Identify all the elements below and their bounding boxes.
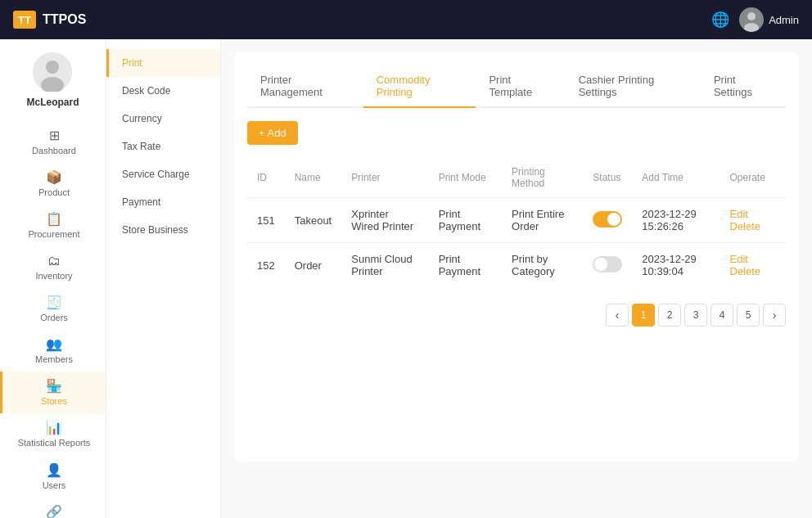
col-print-mode: Print Mode xyxy=(429,158,502,198)
toggle-row-2[interactable] xyxy=(593,256,622,273)
sub-sidebar-item-payment[interactable]: Payment xyxy=(106,188,220,216)
sidebar-item-external-sales[interactable]: 🔗 External Sales xyxy=(0,498,106,518)
pagination-next[interactable]: › xyxy=(763,304,786,327)
toggle-knob-1 xyxy=(607,213,620,226)
cell-print-mode-1: Print Payment xyxy=(429,198,502,243)
col-add-time: Add Time xyxy=(632,158,720,198)
product-icon: 📦 xyxy=(46,169,62,185)
procurement-icon: 📋 xyxy=(46,211,62,227)
col-id: ID xyxy=(247,158,285,198)
sidebar: McLeopard ⊞ Dashboard 📦 Product 📋 Procur… xyxy=(0,39,106,518)
tab-print-settings[interactable]: Print Settings xyxy=(701,65,786,108)
user-name: Admin xyxy=(769,14,799,26)
toggle-row-1[interactable] xyxy=(593,211,622,227)
tab-print-template[interactable]: Print Template xyxy=(476,65,565,108)
col-status: Status xyxy=(583,158,632,198)
statistical-reports-icon: 📊 xyxy=(46,420,62,435)
sidebar-username: McLeopard xyxy=(26,97,79,108)
sub-sidebar-item-service-charge[interactable]: Service Charge xyxy=(106,160,220,188)
inventory-icon: 🗂 xyxy=(47,254,61,268)
cell-printer-1: Xprinter Wired Printer xyxy=(341,198,428,243)
sub-sidebar-item-print[interactable]: Print xyxy=(106,49,220,77)
topbar-right: 🌐 Admin xyxy=(711,7,799,32)
tabs: Printer Management Commodity Printing Pr… xyxy=(247,65,786,108)
cell-id-2: 152 xyxy=(247,243,285,288)
table-row: 151 Takeout Xprinter Wired Printer Print… xyxy=(247,198,786,243)
sub-sidebar-item-currency[interactable]: Currency xyxy=(106,105,220,133)
members-icon: 👥 xyxy=(46,336,62,352)
edit-button-row-1[interactable]: Edit xyxy=(730,208,748,220)
pagination-page-4[interactable]: 4 xyxy=(710,304,733,327)
users-icon: 👤 xyxy=(46,462,62,478)
pagination-prev[interactable]: ‹ xyxy=(606,304,629,327)
cell-print-mode-2: Print Payment xyxy=(429,243,502,288)
sidebar-item-users[interactable]: 👤 Users xyxy=(0,456,106,498)
pagination-page-2[interactable]: 2 xyxy=(658,304,681,327)
cell-add-time-1: 2023-12-29 15:26:26 xyxy=(632,198,720,243)
sub-sidebar-item-store-business[interactable]: Store Business xyxy=(106,216,220,244)
sidebar-nav: ⊞ Dashboard 📦 Product 📋 Procurement 🗂 In… xyxy=(0,121,106,518)
tab-printer-management[interactable]: Printer Management xyxy=(247,65,363,108)
app-logo: TT TTPOS xyxy=(13,11,86,29)
sub-sidebar-item-desk-code[interactable]: Desk Code xyxy=(106,77,220,105)
user-profile[interactable]: Admin xyxy=(739,7,799,32)
col-printing-method: Printing Method xyxy=(502,158,583,198)
cell-printer-2: Sunmi Cloud Printer xyxy=(341,243,428,288)
sidebar-item-stores[interactable]: 🏪 Stores xyxy=(0,372,106,413)
sidebar-profile: McLeopard xyxy=(26,52,79,108)
cell-operate-2: Edit Delete xyxy=(720,243,787,288)
tab-commodity-printing[interactable]: Commodity Printing xyxy=(363,65,476,108)
pagination-page-5[interactable]: 5 xyxy=(737,304,760,327)
sub-sidebar: Print Desk Code Currency Tax Rate Servic… xyxy=(106,39,221,518)
data-table: ID Name Printer Print Mode Printing Meth… xyxy=(247,158,786,287)
delete-button-row-2[interactable]: Delete xyxy=(730,265,761,277)
tab-cashier-printing-settings[interactable]: Cashier Printing Settings xyxy=(566,65,701,108)
delete-button-row-1[interactable]: Delete xyxy=(730,220,761,232)
cell-printing-method-2: Print by Category xyxy=(502,243,583,288)
cell-add-time-2: 2023-12-29 10:39:04 xyxy=(632,243,720,288)
cell-name-1: Takeout xyxy=(285,198,342,243)
cell-printing-method-1: Print Entire Order xyxy=(502,198,583,243)
main-card: Printer Management Commodity Printing Pr… xyxy=(234,52,799,462)
external-sales-icon: 🔗 xyxy=(46,504,62,518)
sidebar-avatar xyxy=(33,52,72,92)
main-content: Printer Management Commodity Printing Pr… xyxy=(221,39,812,518)
sidebar-item-dashboard[interactable]: ⊞ Dashboard xyxy=(0,121,106,163)
cell-name-2: Order xyxy=(285,243,342,288)
sidebar-item-product[interactable]: 📦 Product xyxy=(0,163,106,205)
sub-sidebar-item-tax-rate[interactable]: Tax Rate xyxy=(106,133,220,160)
toggle-knob-2 xyxy=(594,258,607,271)
cell-status-2[interactable] xyxy=(583,243,632,288)
cell-operate-1: Edit Delete xyxy=(720,198,787,243)
cell-id-1: 151 xyxy=(247,198,285,243)
col-printer: Printer xyxy=(341,158,428,198)
sidebar-item-members[interactable]: 👥 Members xyxy=(0,330,106,372)
pagination-page-1[interactable]: 1 xyxy=(632,304,655,327)
layout: McLeopard ⊞ Dashboard 📦 Product 📋 Procur… xyxy=(0,39,812,518)
col-operate: Operate xyxy=(720,158,787,198)
add-button[interactable]: + Add xyxy=(247,121,298,145)
svg-point-1 xyxy=(747,12,756,20)
table-row: 152 Order Sunmi Cloud Printer Print Paym… xyxy=(247,243,786,288)
sidebar-item-orders[interactable]: 🧾 Orders xyxy=(0,288,106,330)
pagination: ‹ 1 2 3 4 5 › xyxy=(247,304,786,327)
globe-icon[interactable]: 🌐 xyxy=(711,11,729,29)
stores-icon: 🏪 xyxy=(46,378,62,394)
dashboard-icon: ⊞ xyxy=(49,128,60,143)
cell-status-1[interactable] xyxy=(583,198,632,243)
col-name: Name xyxy=(285,158,342,198)
pagination-page-3[interactable]: 3 xyxy=(684,304,707,327)
sidebar-item-inventory[interactable]: 🗂 Inventory xyxy=(0,247,106,288)
svg-point-4 xyxy=(46,61,59,74)
logo-icon: TT xyxy=(13,11,36,29)
sidebar-item-procurement[interactable]: 📋 Procurement xyxy=(0,205,106,246)
topbar: TT TTPOS 🌐 Admin xyxy=(0,0,812,39)
edit-button-row-2[interactable]: Edit xyxy=(730,253,748,265)
avatar xyxy=(739,7,764,32)
orders-icon: 🧾 xyxy=(46,295,62,310)
sidebar-item-statistical-reports[interactable]: 📊 Statistical Reports xyxy=(0,413,106,455)
